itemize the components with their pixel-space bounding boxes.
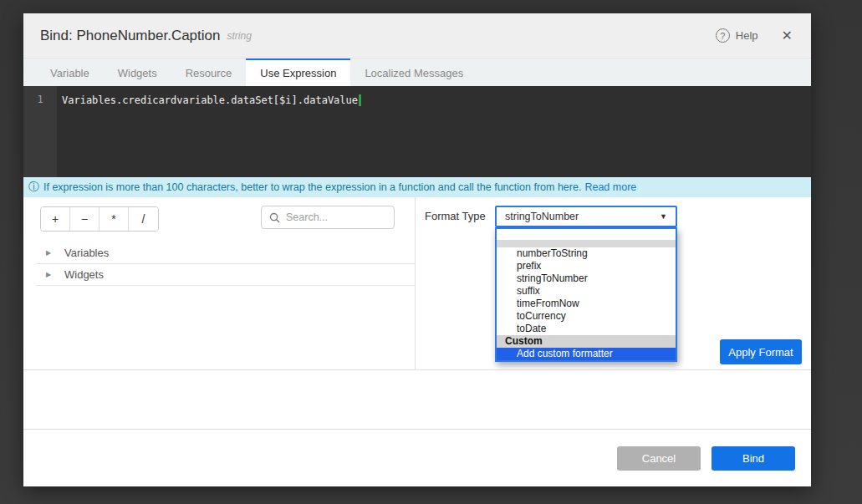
tree-item-label: Variables [64,247,109,259]
search-box [261,206,395,229]
builder-panels: + − * / ▶ Variables ▶ Widgets [23,197,811,370]
dropdown-blank-option-highlighted[interactable] [497,240,676,247]
binding-tree: ▶ Variables ▶ Widgets [36,242,415,286]
dropdown-option-stringtonumber[interactable]: stringToNumber [497,272,676,285]
divide-operator-button[interactable]: / [129,207,158,231]
info-icon: ⓘ [28,180,39,195]
expression-builder-panel: + − * / ▶ Variables ▶ Widgets [23,197,416,369]
caret-right-icon: ▶ [46,249,64,257]
dropdown-option-numbertostring[interactable]: numberToString [497,247,676,260]
tab-use-expression[interactable]: Use Expression [246,59,350,86]
plus-operator-button[interactable]: + [41,207,70,231]
editor-gutter: 1 [23,86,57,177]
search-icon [269,212,280,223]
empty-area [23,370,811,429]
cancel-button[interactable]: Cancel [617,446,701,471]
bind-button[interactable]: Bind [712,446,795,471]
info-bar: ⓘ If expression is more than 100 charact… [23,177,811,197]
tree-item-variables[interactable]: ▶ Variables [36,242,415,264]
editor-code-area[interactable]: Variables.credicardvariable.dataSet[$i].… [57,86,361,177]
caret-right-icon: ▶ [46,271,64,278]
dropdown-blank-option[interactable] [497,229,676,240]
dropdown-option-tocurrency[interactable]: toCurrency [497,310,676,323]
tab-bar: Variable Widgets Resource Use Expression… [23,59,811,86]
dialog-title: Bind: PhoneNumber.Caption [40,28,220,44]
dropdown-group-custom: Custom [497,335,676,348]
format-panel: Format Type stringToNumber ▼ numberToStr… [416,197,811,369]
help-button[interactable]: ? Help [716,28,758,43]
tab-resource[interactable]: Resource [171,59,247,86]
close-icon[interactable]: ✕ [780,28,794,43]
dropdown-option-prefix[interactable]: prefix [497,260,676,272]
info-text: If expression is more than 100 character… [43,181,581,193]
format-type-select[interactable]: stringToNumber ▼ [495,206,677,227]
dialog-type-label: string [227,30,251,42]
line-number: 1 [37,94,43,105]
expression-editor[interactable]: 1 Variables.credicardvariable.dataSet[$i… [23,86,811,177]
search-input[interactable] [286,211,394,223]
help-label: Help [736,29,758,42]
dropdown-option-add-custom-formatter[interactable]: Add custom formatter [497,348,676,360]
expression-code: Variables.credicardvariable.dataSet[$i].… [62,94,358,106]
read-more-link[interactable]: Read more [584,181,636,193]
dialog-header: Bind: PhoneNumber.Caption string ? Help … [23,13,811,59]
header-actions: ? Help ✕ [716,28,794,43]
help-icon: ? [716,28,730,43]
minus-operator-button[interactable]: − [70,207,99,231]
apply-format-button[interactable]: Apply Format [720,339,802,364]
tab-variable[interactable]: Variable [36,59,104,86]
tab-widgets[interactable]: Widgets [104,59,171,86]
format-type-label: Format Type [425,206,486,227]
multiply-operator-button[interactable]: * [99,207,129,231]
dialog-footer: Cancel Bind [23,429,811,486]
operator-group: + − * / [40,206,159,232]
dropdown-arrow-icon: ▼ [660,212,667,221]
format-dropdown-list: numberToString prefix stringToNumber suf… [495,227,677,362]
dropdown-option-todate[interactable]: toDate [497,323,676,335]
tree-item-widgets[interactable]: ▶ Widgets [36,264,415,286]
tab-localized-messages[interactable]: Localized Messages [350,59,477,86]
bind-dialog: Bind: PhoneNumber.Caption string ? Help … [23,13,811,486]
dropdown-option-timefromnow[interactable]: timeFromNow [497,298,676,310]
selected-format-value: stringToNumber [505,211,579,222]
text-cursor [359,94,361,106]
dropdown-option-suffix[interactable]: suffix [497,285,676,298]
tree-item-label: Widgets [64,268,104,281]
